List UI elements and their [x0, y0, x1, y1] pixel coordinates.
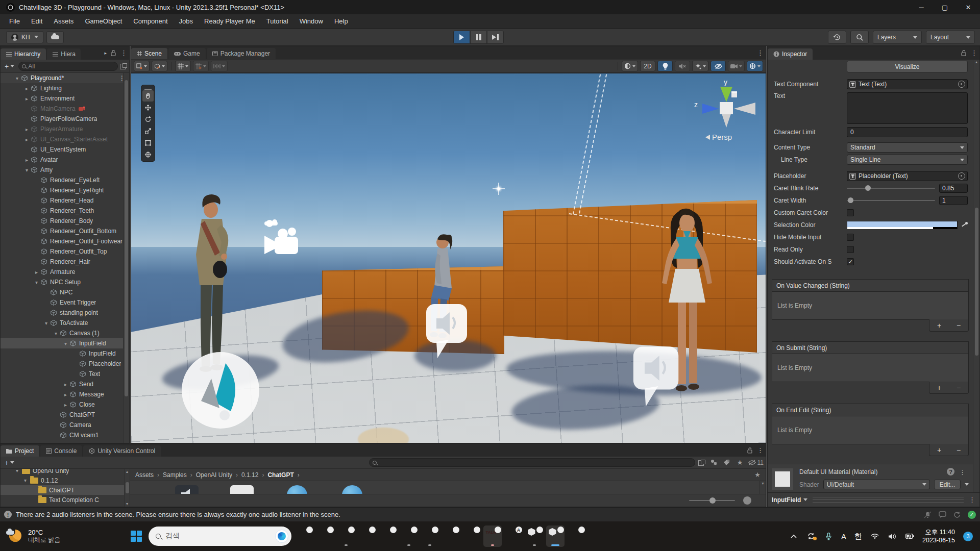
- slider-thumb[interactable]: [865, 185, 871, 191]
- project-tree-row[interactable]: 0.1.12: [1, 475, 130, 485]
- unlock-icon[interactable]: [961, 50, 967, 56]
- breadcrumb-item[interactable]: ChatGPT: [267, 471, 303, 479]
- ime-latin-indicator[interactable]: A: [841, 532, 846, 541]
- hierarchy-row[interactable]: Placeholder ⋮: [1, 359, 129, 369]
- event-header[interactable]: On End Edit (String): [772, 404, 969, 416]
- search-by-label-icon[interactable]: [722, 459, 732, 467]
- bing-icon[interactable]: [275, 530, 288, 543]
- ime-korean-indicator[interactable]: 한: [854, 532, 862, 541]
- expand-arrow-icon[interactable]: [23, 167, 30, 173]
- taskbar-app[interactable]: [567, 525, 585, 547]
- expand-arrow-icon[interactable]: [62, 382, 69, 387]
- increment-snap-button[interactable]: [193, 61, 209, 71]
- asset-grid[interactable]: [130, 481, 760, 494]
- hierarchy-scrollbar[interactable]: [123, 73, 129, 443]
- project-tree-row[interactable]: ChatGPT: [1, 485, 130, 495]
- shader-dropdown[interactable]: UI/Default: [823, 480, 930, 489]
- read-only-checkbox[interactable]: [847, 246, 854, 253]
- account-button[interactable]: KH: [6, 31, 43, 43]
- caret-blink-rate-slider[interactable]: [847, 188, 935, 189]
- event-header[interactable]: On Value Changed (String): [772, 279, 969, 291]
- camera-gizmo-icon[interactable]: [255, 217, 311, 268]
- scene-3d-viewport[interactable]: y z Persp: [131, 73, 766, 443]
- expand-arrow-icon[interactable]: [62, 402, 69, 408]
- menu-item[interactable]: GameObject: [80, 15, 127, 27]
- taskbar-app[interactable]: [337, 525, 355, 547]
- content-type-dropdown[interactable]: Standard: [847, 142, 968, 153]
- expand-arrow-icon[interactable]: [23, 96, 30, 102]
- tab-scroll-arrow-icon[interactable]: ▸: [104, 51, 107, 56]
- expand-arrow-icon[interactable]: [23, 86, 30, 91]
- hierarchy-row[interactable]: Renderer_Head ⋮: [1, 195, 129, 206]
- npc-man[interactable]: [179, 190, 256, 373]
- expand-arrow-icon[interactable]: [23, 157, 30, 163]
- view-hand-tool[interactable]: [142, 90, 154, 102]
- line-type-dropdown[interactable]: Single Line: [847, 155, 968, 165]
- project-tree-scrollbar[interactable]: ▴ ▾: [124, 469, 130, 507]
- hierarchy-row[interactable]: ChatGPT ⋮: [1, 410, 129, 420]
- open-search-window-icon[interactable]: [120, 63, 127, 69]
- hierarchy-row[interactable]: CM vcam1 ⋮: [1, 430, 129, 440]
- hierarchy-row[interactable]: Lighting ⋮: [1, 83, 129, 93]
- volume-icon[interactable]: [888, 533, 897, 540]
- asset-zoom-slider[interactable]: [689, 500, 735, 501]
- taskbar-app[interactable]: [295, 525, 313, 547]
- character-limit-input[interactable]: 0: [847, 127, 968, 137]
- hierarchy-row[interactable]: Renderer_Body ⋮: [1, 216, 129, 226]
- unlock-icon[interactable]: [111, 50, 116, 56]
- breadcrumb-item[interactable]: Assets: [135, 471, 163, 479]
- eyedropper-icon[interactable]: [961, 221, 968, 229]
- panel-menu-icon[interactable]: ⋮: [971, 49, 977, 57]
- compass-widget[interactable]: [182, 352, 259, 429]
- breadcrumb-item[interactable]: Samples: [163, 471, 196, 479]
- text-value-textarea[interactable]: [847, 92, 968, 124]
- scene-visibility-button[interactable]: [710, 61, 726, 71]
- menu-item[interactable]: Help: [329, 15, 353, 27]
- favorites-star-icon[interactable]: ★: [735, 459, 745, 467]
- grid-snap-button[interactable]: [175, 61, 191, 71]
- close-button[interactable]: ✕: [957, 0, 980, 14]
- unlock-icon[interactable]: [747, 447, 753, 454]
- pause-button[interactable]: [470, 31, 487, 44]
- gizmo-cube-icon[interactable]: [731, 93, 737, 97]
- panel-menu-icon[interactable]: ⋮: [757, 49, 764, 57]
- search-by-type-icon[interactable]: [708, 459, 719, 467]
- transform-tool[interactable]: [142, 149, 154, 160]
- remove-event-button[interactable]: −: [949, 382, 968, 393]
- tab-project[interactable]: Project: [1, 445, 39, 457]
- scroll-down-icon[interactable]: ▾: [126, 502, 128, 506]
- tab-unity-version-control[interactable]: Unity Version Control: [83, 445, 161, 457]
- 2d-mode-button[interactable]: 2D: [640, 61, 655, 71]
- tab-scene[interactable]: Scene: [131, 48, 167, 59]
- caret-width-slider[interactable]: [847, 200, 935, 201]
- should-activate-checkbox[interactable]: ✓: [847, 258, 854, 265]
- weather-widget[interactable]: 20°C 대체로 맑음: [0, 528, 128, 545]
- tab-package-manager[interactable]: Package Manager: [207, 48, 276, 59]
- hierarchy-row[interactable]: MainCamera ⋮: [1, 104, 129, 114]
- hierarchy-row[interactable]: Renderer_Outfit_Bottom ⋮: [1, 226, 129, 236]
- hierarchy-row[interactable]: Renderer_Teeth ⋮: [1, 206, 129, 216]
- notifications-muted-icon[interactable]: [924, 511, 932, 518]
- layers-dropdown[interactable]: Layers: [873, 31, 922, 44]
- preview-drag-handle[interactable]: [813, 497, 964, 503]
- battery-icon[interactable]: [905, 534, 914, 539]
- material-preview-swatch[interactable]: [772, 468, 793, 490]
- taskbar-app[interactable]: [421, 525, 439, 547]
- palette-drag-handle[interactable]: [142, 86, 154, 89]
- expand-arrow-icon[interactable]: [14, 76, 20, 81]
- rect-tool[interactable]: [142, 137, 154, 148]
- hierarchy-row[interactable]: Close ⋮: [1, 399, 129, 410]
- menu-item[interactable]: Tutorial: [261, 15, 293, 27]
- hierarchy-row[interactable]: InputField ⋮: [1, 348, 129, 359]
- breadcrumb-item[interactable]: OpenAI Unity: [196, 471, 241, 479]
- move-tool[interactable]: [142, 102, 154, 113]
- taskbar-app[interactable]: [525, 525, 544, 547]
- taskbar-app[interactable]: TALK: [483, 525, 502, 547]
- hierarchy-row[interactable]: Event Trigger ⋮: [1, 297, 129, 308]
- notification-count-badge[interactable]: 3: [963, 532, 973, 541]
- orientation-gizmo[interactable]: y z: [690, 79, 762, 140]
- add-event-button[interactable]: +: [929, 319, 949, 331]
- messages-icon[interactable]: [939, 511, 946, 518]
- visualize-button[interactable]: Visualize: [847, 61, 968, 72]
- hierarchy-row[interactable]: NPC ⋮: [1, 287, 129, 297]
